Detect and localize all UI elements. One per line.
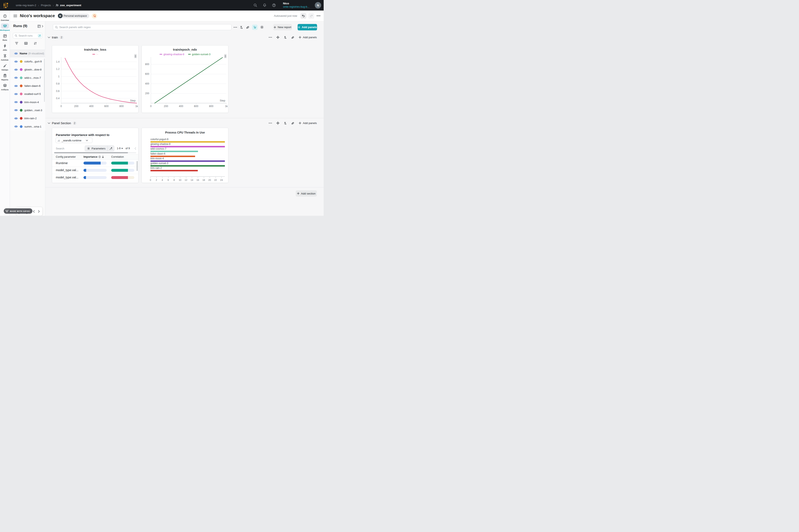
panel-drag-handle[interactable] [134, 54, 137, 58]
undo-button[interactable] [301, 13, 306, 19]
runs-scrollbar[interactable] [44, 58, 45, 102]
param-search-input[interactable] [56, 147, 78, 150]
sidebar-item-overview[interactable]: Overview [0, 14, 10, 21]
runs-list: colorfu...gurt-9glowin...dow-8wild-c...m… [10, 57, 45, 131]
section-x-axis-icon[interactable] [284, 36, 287, 39]
eye-icon[interactable] [14, 69, 18, 71]
section-more-options-icon[interactable] [269, 122, 272, 124]
run-list-item[interactable]: wild-c...mos-7 [10, 74, 45, 82]
sidebar-item-jobs[interactable]: Jobs [0, 43, 10, 51]
run-list-item[interactable]: fallen-dawn-6 [10, 82, 45, 90]
new-report-button[interactable]: New report [273, 24, 292, 31]
section-smoothing-icon[interactable] [291, 36, 294, 39]
panels-search-box[interactable] [53, 24, 231, 30]
axis-tick [150, 177, 151, 178]
filter-icon[interactable] [15, 41, 18, 45]
eye-icon[interactable] [14, 52, 18, 55]
eye-icon[interactable] [14, 93, 18, 95]
expand-runs-table-button[interactable] [37, 24, 43, 28]
run-list-item[interactable]: golden...nset-3 [10, 106, 45, 114]
sort-icon[interactable] [34, 41, 37, 45]
param-table-hscrollbar[interactable] [54, 152, 136, 153]
section-header-panel-section[interactable]: Panel Section 2 [48, 121, 76, 125]
magic-wand-button[interactable] [108, 146, 114, 151]
x-axis-settings-icon[interactable] [240, 25, 243, 29]
legend-entry[interactable]: golden-sunset-3 [188, 53, 211, 56]
group-columns-icon[interactable] [24, 41, 28, 45]
user-block[interactable]: Nico smle-registries-bug-b... [283, 2, 309, 9]
param-table-vscrollbar[interactable] [137, 161, 138, 171]
runs-name-column-header[interactable]: Name (9 visualized) [10, 50, 45, 57]
redo-button[interactable] [308, 13, 314, 19]
workspace-settings-gear-icon[interactable] [260, 25, 264, 29]
param-table-row[interactable]: model_type.val... [52, 174, 138, 181]
run-list-item[interactable]: exalted-surf-5 [10, 90, 45, 98]
runs-search-box[interactable]: .* [13, 33, 42, 38]
legend-entry[interactable]: glowing-shadow-8 [159, 53, 184, 56]
section-more-options-icon[interactable] [269, 37, 272, 38]
section-add-panels-button[interactable]: Add panels [299, 36, 317, 39]
sidebar-item-runs[interactable]: Runs [0, 33, 10, 41]
run-list-item[interactable]: colorfu...gurt-9 [10, 57, 45, 65]
column-config-parameter[interactable]: Config parameter [56, 155, 76, 158]
section-smoothing-icon[interactable] [291, 121, 294, 125]
eye-icon[interactable] [14, 125, 18, 128]
param-table-row[interactable]: Runtime [52, 159, 138, 167]
sidebar-item-sweeps[interactable]: Sweeps [0, 63, 10, 71]
run-list-item[interactable]: glowin...dow-8 [10, 65, 45, 74]
next-page-button[interactable] [37, 210, 40, 213]
add-section-button[interactable]: Add section [296, 190, 317, 196]
workspace-owner-badge[interactable]: N Personal workspace [58, 14, 90, 18]
collapse-sidebar-icon[interactable] [14, 15, 17, 17]
pin-section-icon[interactable] [276, 36, 280, 39]
breadcrumb-team[interactable]: smle-reg-team-2 [16, 4, 36, 7]
sidebar-item-reports[interactable]: Reports [0, 73, 10, 81]
sidebar-item-workspace[interactable]: Workspace [0, 23, 10, 31]
avatar[interactable]: N [315, 2, 321, 8]
run-list-item[interactable]: summ...sma-1 [10, 122, 45, 130]
eye-icon[interactable] [14, 117, 18, 120]
eye-icon[interactable] [14, 101, 18, 103]
outliers-scatter-toggle[interactable] [252, 24, 258, 30]
prev-page-button[interactable] [33, 210, 36, 213]
pin-section-icon[interactable] [276, 121, 280, 125]
clear-workspace-button[interactable] [92, 13, 97, 19]
add-panels-button[interactable]: Add panels [298, 24, 317, 31]
smoothing-icon[interactable] [246, 25, 249, 29]
eye-icon[interactable] [14, 85, 18, 87]
wandb-logo-icon[interactable] [3, 2, 9, 8]
more-options-icon[interactable] [233, 27, 237, 28]
param-pagination[interactable]: 1-9 of 9 [117, 147, 130, 150]
eye-icon[interactable] [14, 60, 18, 63]
regex-toggle[interactable]: .* [38, 34, 41, 37]
column-correlation[interactable]: Correlation [111, 155, 124, 158]
user-org-link[interactable]: smle-registries-bug-b... [283, 5, 309, 9]
chevron-down-icon[interactable] [48, 122, 50, 124]
runs-search-input[interactable] [19, 34, 36, 37]
svg-text:400: 400 [145, 82, 149, 85]
section-header-train[interactable]: train 2 [48, 36, 63, 39]
sidebar-item-artifacts[interactable]: Artifacts [0, 83, 10, 91]
param-table-row[interactable]: model_type.val... [52, 167, 138, 174]
sidebar-item-automat[interactable]: Automat. [0, 53, 10, 61]
chevron-down-icon[interactable] [48, 37, 50, 38]
legend-entry[interactable]: : - [92, 53, 98, 55]
breadcrumb-project[interactable]: zoo_experiment [56, 4, 81, 7]
eye-icon[interactable] [14, 109, 18, 111]
panels-search-input[interactable] [59, 26, 231, 29]
run-list-item[interactable]: trim-rain-2 [10, 114, 45, 122]
column-importance[interactable]: Importance [83, 155, 104, 158]
breadcrumb-section[interactable]: Projects [41, 4, 51, 7]
notifications-bell-icon[interactable] [263, 3, 267, 7]
workspace-more-options-icon[interactable] [316, 14, 321, 18]
section-x-axis-icon[interactable] [284, 121, 287, 125]
section-add-panels-button[interactable]: Add panels [299, 121, 317, 125]
search-icon[interactable] [253, 3, 257, 7]
metric-dropdown[interactable]: _wandb.runtime [56, 138, 92, 143]
parameters-button[interactable]: Parameters [85, 146, 108, 151]
eye-icon[interactable] [14, 76, 18, 79]
param-prev-page-button[interactable] [134, 147, 136, 150]
help-icon[interactable] [272, 3, 276, 7]
panel-drag-handle[interactable] [224, 54, 227, 58]
run-list-item[interactable]: trim-moon-4 [10, 98, 45, 106]
